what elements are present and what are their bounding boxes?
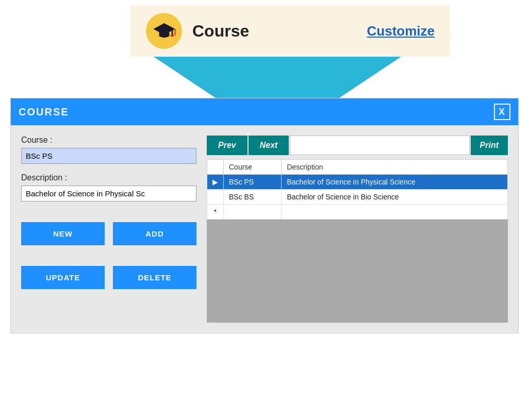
dialog-title: COURSE: [19, 106, 69, 118]
app-title: Course: [192, 22, 367, 41]
course-field-group: Course :: [21, 136, 196, 164]
course-label: Course :: [21, 136, 196, 145]
new-row-course: [224, 205, 282, 220]
app-icon: [146, 13, 182, 49]
add-button[interactable]: ADD: [113, 222, 196, 245]
next-button[interactable]: Next: [249, 136, 289, 155]
table-header-row: Course Description: [207, 160, 508, 175]
form-panel: Course : Description : NEW ADD UPDATE DE…: [21, 136, 196, 323]
update-button[interactable]: UPDATE: [21, 266, 105, 289]
description-input[interactable]: [21, 186, 196, 201]
funnel-decoration: [0, 57, 529, 98]
row-course: BSc PS: [224, 175, 282, 190]
svg-point-2: [170, 34, 174, 36]
table-row[interactable]: ▶ BSc PS Bachelor of Science in Physical…: [207, 175, 508, 190]
graduation-cap-icon: [153, 20, 176, 43]
table-new-row[interactable]: *: [207, 205, 508, 220]
navigation-row: Prev Next Print: [207, 136, 508, 155]
course-dialog: COURSE X Course : Description : NEW ADD …: [10, 98, 519, 333]
row-indicator: ▶: [207, 175, 224, 190]
table-panel: Prev Next Print Course Description ▶ BS: [207, 136, 508, 323]
description-column-header: Description: [282, 160, 508, 175]
row-description: Bachelor of Science in Physical Science: [282, 175, 508, 190]
course-table: Course Description ▶ BSc PS Bachelor of …: [207, 159, 508, 220]
app-header: Course Customize: [130, 5, 450, 57]
row-course: BSc BS: [224, 190, 282, 205]
primary-button-row: NEW ADD: [21, 222, 196, 245]
customize-link[interactable]: Customize: [367, 23, 435, 39]
dialog-close-button[interactable]: X: [494, 104, 510, 120]
row-indicator: [207, 190, 224, 205]
secondary-button-row: UPDATE DELETE: [21, 266, 196, 289]
new-button[interactable]: NEW: [21, 222, 105, 245]
prev-button[interactable]: Prev: [207, 136, 247, 155]
course-input[interactable]: [21, 148, 196, 164]
course-column-header: Course: [224, 160, 282, 175]
table-row[interactable]: BSc BS Bachelor of Science in Bio Scienc…: [207, 190, 508, 205]
new-row-indicator: *: [207, 205, 224, 220]
dialog-titlebar: COURSE X: [11, 98, 518, 125]
indicator-header: [207, 160, 224, 175]
new-row-description: [282, 205, 508, 220]
description-field-group: Description :: [21, 173, 196, 201]
description-label: Description :: [21, 173, 196, 182]
dialog-body: Course : Description : NEW ADD UPDATE DE…: [11, 125, 518, 333]
row-description: Bachelor of Science in Bio Science: [282, 190, 508, 205]
search-input[interactable]: [290, 136, 469, 155]
print-button[interactable]: Print: [471, 136, 508, 155]
delete-button[interactable]: DELETE: [113, 266, 196, 289]
table-footer: [207, 220, 508, 323]
